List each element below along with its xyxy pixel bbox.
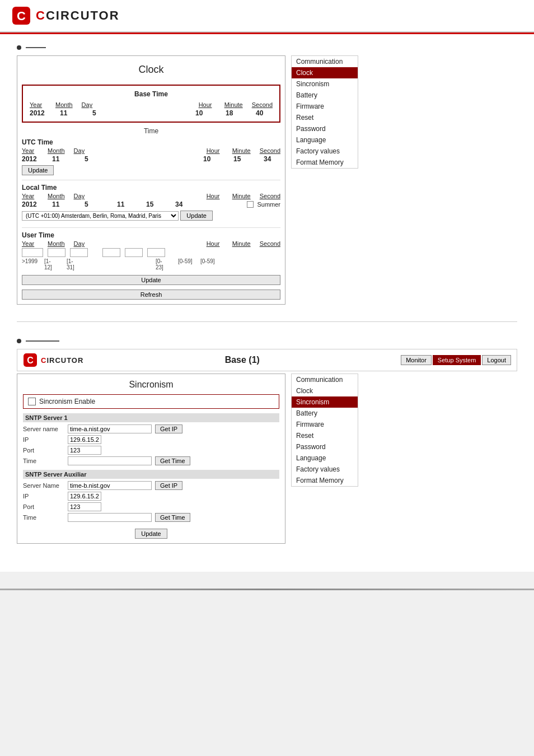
sidebar-item-sincronism-1[interactable]: Sincronism [292, 78, 358, 90]
sntp1-port-label: Port [23, 447, 68, 454]
sidebar-item-factory-2[interactable]: Factory values [292, 464, 358, 475]
timezone-select[interactable]: (UTC +01:00) Amsterdam, Berlin, Roma, Ma… [22, 211, 179, 221]
user-minute-input[interactable] [125, 248, 143, 257]
sntp2-time-row: Time Get Time [23, 513, 279, 522]
sidebar-item-firmware-1[interactable]: Firmware [292, 101, 358, 112]
logo: C CCIRCUTOR [11, 6, 120, 26]
utc-label: UTC Time [22, 138, 280, 146]
svg-text:C: C [27, 356, 34, 365]
user-refresh-button[interactable]: Refresh [22, 290, 280, 300]
sidebar-nav-2: Communication Clock Sincronism Battery F… [291, 374, 358, 487]
time-label: Time [17, 127, 285, 135]
sidebar-item-sincronism-2[interactable]: Sincronism [292, 396, 358, 408]
summer-checkbox[interactable] [247, 201, 254, 208]
utc-update-button[interactable]: Update [22, 165, 54, 175]
user-ranges: >1999 [1-12] [1-31] [0-23] [0-59] [0-59] [22, 258, 280, 270]
sidebar-item-format-1[interactable]: Format Memory [292, 157, 358, 168]
sidebar-item-battery-1[interactable]: Battery [292, 90, 358, 101]
local-update-button[interactable]: Update [180, 211, 212, 221]
sidebar-item-communication-2[interactable]: Communication [292, 374, 358, 385]
app-header-logo: C CIRCUTOR [23, 353, 83, 367]
user-inputs [22, 248, 280, 257]
sidebar-item-password-1[interactable]: Password [292, 123, 358, 134]
sntp2-title: SNTP Server Auxiliar [23, 470, 279, 479]
base-time-headers: Year Month Day Hour Minute Second [30, 101, 273, 108]
utc-section: UTC Time Year Month Day Hour Minute Seco… [22, 138, 280, 175]
sinc-title: Sincronism [17, 374, 285, 394]
sidebar-item-format-2[interactable]: Format Memory [292, 475, 358, 486]
user-year-input[interactable] [22, 248, 43, 257]
sinc-update-button[interactable]: Update [135, 529, 167, 539]
clock-title: Clock [17, 56, 285, 80]
sntp2-port-input[interactable] [68, 502, 101, 511]
sntp1-server-input[interactable] [68, 424, 152, 433]
sntp1-port-input[interactable] [68, 446, 101, 455]
app-header-bar: C CIRCUTOR Base (1) Monitor Setup System… [17, 349, 517, 371]
user-label: User Time [22, 231, 280, 239]
local-label: Local Time [22, 184, 280, 192]
app-logo-icon: C [23, 353, 38, 367]
sntp2-ip-input[interactable] [68, 492, 101, 501]
local-values: 2012 11 5 11 15 34 [22, 200, 243, 208]
user-second-input[interactable] [147, 248, 165, 257]
sntp2-get-ip-btn[interactable]: Get IP [155, 481, 182, 490]
sidebar-item-battery-2[interactable]: Battery [292, 408, 358, 419]
sntp1-get-time-btn[interactable]: Get Time [155, 456, 190, 465]
sntp2-get-time-btn[interactable]: Get Time [155, 513, 190, 522]
setup-button[interactable]: Setup System [433, 355, 481, 365]
sntp-server-1: SNTP Server 1 Server name Get IP IP Port [23, 413, 279, 465]
local-headers: Year Month Day Hour Minute Second [22, 193, 280, 199]
user-day-input[interactable] [70, 248, 88, 257]
local-section: Local Time Year Month Day Hour Minute Se… [22, 180, 280, 223]
utc-values: 2012 11 5 10 15 34 [22, 155, 280, 163]
sntp1-ip-input[interactable] [68, 435, 101, 444]
sntp2-ip-row: IP [23, 492, 279, 501]
utc-headers: Year Month Day Hour Minute Second [22, 147, 280, 154]
main-content: Clock Base Time Year Month Day Hour Minu… [0, 34, 534, 572]
sntp2-server-row: Server Name Get IP [23, 481, 279, 490]
sntp1-time-label: Time [23, 458, 68, 464]
sntp2-time-input[interactable] [68, 513, 152, 522]
sntp2-server-input[interactable] [68, 481, 152, 490]
sntp1-server-label: Server name [23, 426, 68, 432]
user-headers: Year Month Day Hour Minute Second [22, 240, 280, 247]
bullet-line [26, 47, 46, 48]
sntp1-ip-label: IP [23, 436, 68, 443]
user-month-input[interactable] [48, 248, 65, 257]
sinc-enable-label: Sincronism Enable [39, 398, 95, 405]
section-divider [17, 321, 517, 322]
clock-panel: Clock Base Time Year Month Day Hour Minu… [17, 55, 285, 305]
bottom-divider [0, 589, 534, 590]
sidebar-item-language-1[interactable]: Language [292, 134, 358, 146]
bullet-line-2 [26, 340, 59, 342]
sntp1-time-input[interactable] [68, 456, 152, 465]
sidebar-item-reset-2[interactable]: Reset [292, 430, 358, 441]
user-hour-input[interactable] [102, 248, 120, 257]
logo-icon: C [11, 6, 31, 26]
sntp1-port-row: Port [23, 446, 279, 455]
user-section: User Time Year Month Day Hour Minute Sec… [22, 227, 280, 300]
sidebar-item-clock-2[interactable]: Clock [292, 385, 358, 396]
sidebar-item-factory-1[interactable]: Factory values [292, 146, 358, 157]
sidebar-item-firmware-2[interactable]: Firmware [292, 419, 358, 430]
sinc-enable-checkbox[interactable] [28, 398, 36, 405]
sinc-card-container: Sincronism Sincronism Enable SNTP Server… [17, 374, 517, 544]
base-time-box: Base Time Year Month Day Hour Minute Sec… [22, 85, 280, 123]
sntp1-get-ip-btn[interactable]: Get IP [155, 424, 182, 433]
bullet-dot-2 [17, 339, 21, 343]
main-header: C CCIRCUTOR [0, 0, 534, 32]
sidebar-nav-1: Communication Clock Sincronism Battery F… [291, 55, 358, 169]
sntp2-ip-label: IP [23, 493, 68, 500]
svg-text:C: C [17, 9, 26, 23]
sntp2-port-row: Port [23, 502, 279, 511]
user-btn-row: Update Refresh [22, 273, 280, 300]
sidebar-item-password-2[interactable]: Password [292, 441, 358, 452]
sinc-enable-row: Sincronism Enable [23, 394, 279, 409]
sidebar-item-language-2[interactable]: Language [292, 452, 358, 464]
sidebar-item-clock-1[interactable]: Clock [292, 67, 358, 78]
monitor-button[interactable]: Monitor [401, 355, 432, 365]
user-update-button[interactable]: Update [22, 275, 280, 285]
logout-button[interactable]: Logout [482, 355, 511, 365]
sidebar-item-communication-1[interactable]: Communication [292, 56, 358, 67]
sidebar-item-reset-1[interactable]: Reset [292, 112, 358, 123]
